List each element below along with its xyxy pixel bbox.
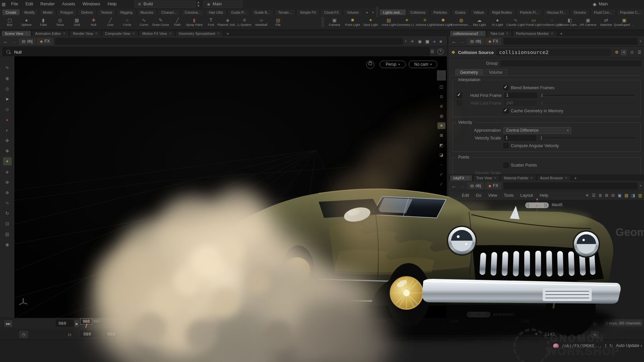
display-option-icon[interactable]: ☀	[437, 122, 445, 129]
value-field[interactable]: 1	[504, 93, 537, 98]
shelf-tool[interactable]: ⇄ Switcher	[597, 15, 615, 29]
frame-nudge-button[interactable]: |▶	[74, 319, 79, 328]
tool-icon[interactable]: ∿	[3, 199, 12, 207]
shelf-tab[interactable]: Particle Fl...	[516, 9, 542, 15]
shelf-tool[interactable]: ▮ Tube	[35, 15, 52, 29]
shelf-tab[interactable]: Fluid Con...	[590, 9, 616, 15]
checkbox[interactable]	[503, 108, 508, 113]
close-tab-icon[interactable]: ✕	[217, 32, 220, 35]
pane-tab[interactable]: collisionsource2✕	[450, 31, 486, 36]
tool-icon[interactable]: ⊕	[3, 178, 12, 186]
checkbox[interactable]	[503, 163, 508, 168]
forward-button[interactable]: →	[459, 39, 465, 44]
node-name-field[interactable]: collisionsource2	[496, 49, 611, 56]
shelf-tab[interactable]: Grains	[451, 9, 469, 15]
toolbar-icon[interactable]: ⊟	[611, 193, 615, 198]
pane-tab[interactable]: Tree View✕	[473, 175, 500, 181]
shelf-tool[interactable]: ∞ Metaball	[253, 15, 270, 29]
pane-tab[interactable]: Animation Editor✕	[32, 31, 69, 36]
shelf-tab[interactable]: Modify	[21, 9, 39, 15]
animation-curve-icon[interactable]: ∿	[590, 330, 599, 339]
toolbar-icon[interactable]: ✛	[411, 39, 414, 44]
breadcrumb-item[interactable]: ▤ obj	[467, 182, 484, 189]
desktop-selector[interactable]: ⊞ Build	[135, 1, 196, 8]
toolbar-icon[interactable]: ☰	[592, 193, 596, 198]
shelf-tab[interactable]: Constrai...	[181, 9, 205, 15]
toolbar-icon[interactable]: ▤	[625, 193, 628, 198]
shelf-tab[interactable]: Hair Utils	[205, 9, 227, 15]
path-caret[interactable]: ▾	[405, 40, 407, 43]
shelf-tab[interactable]: Collisions	[407, 9, 429, 15]
network-node[interactable]: ✕	[467, 312, 490, 317]
tool-icon[interactable]: ◐	[3, 126, 12, 134]
shelf-tool[interactable]: ✹ Distant Light	[434, 15, 452, 29]
range-start-field[interactable]: 980	[80, 330, 103, 338]
shelf-tool[interactable]: ▮ Spray Paint	[186, 15, 203, 29]
shelf-tool[interactable]: ☀ Volume Light	[416, 15, 434, 29]
shelf-tool[interactable]: ✶ Geometry Light	[398, 15, 416, 29]
shelf-tool[interactable]: T Font	[203, 15, 219, 29]
close-tab-icon[interactable]: ✕	[169, 32, 171, 35]
close-tab-icon[interactable]: ✕	[530, 176, 533, 180]
recook-icon[interactable]: ↻	[609, 343, 613, 348]
shelf-tab[interactable]: Terrain...	[274, 9, 296, 15]
folder-tab[interactable]: Volume	[484, 69, 507, 75]
shelf-tool[interactable]: ▢ Box	[1, 15, 18, 29]
shelf-tool[interactable]: ▤ File	[270, 15, 286, 29]
close-tab-icon[interactable]: ✕	[466, 176, 469, 180]
pane-tab[interactable]: Asset Browser✕	[537, 175, 571, 181]
tool-icon[interactable]: ▤	[3, 230, 12, 238]
back-button[interactable]: ←	[451, 183, 457, 189]
close-tab-icon[interactable]: ✕	[480, 32, 483, 35]
pane-tab[interactable]: /obj/FX✕	[450, 175, 472, 181]
path-field[interactable]	[55, 38, 403, 45]
viewport-canvas[interactable]: Persp▾ No cam▾ ◫⊙⊘◍☀⊠◩◪·✓∕	[14, 56, 447, 318]
radial-menu-selector[interactable]: ◉ Main	[593, 2, 608, 7]
value-slider[interactable]	[540, 95, 635, 96]
shelf-tab[interactable]: Deform	[77, 9, 96, 15]
menu-item[interactable]: Render	[37, 0, 58, 8]
display-option-icon[interactable]: ·	[437, 161, 445, 168]
shelf-tool[interactable]: ▤ Area Light	[380, 15, 398, 29]
folder-tab[interactable]: Geometry	[455, 69, 483, 76]
breadcrumb-item[interactable]: ◆ FX	[485, 38, 501, 45]
view-menu-button[interactable]: Persp▾	[380, 61, 406, 68]
value-field[interactable]: 240	[504, 100, 537, 106]
checkbox[interactable]	[457, 93, 462, 98]
shelf-tool[interactable]: ◈ Platonic Solids	[219, 15, 236, 29]
new-pane-tab-button[interactable]: +	[557, 31, 566, 36]
shelf-tool[interactable]: ✦ Spot Light	[362, 15, 380, 29]
display-option-icon[interactable]: ∕	[437, 181, 445, 187]
shelf-tool[interactable]: ∿ Curve	[136, 15, 152, 29]
shelf-tool[interactable]: ╱ Line	[102, 15, 119, 29]
viewport-lock-button[interactable]	[366, 61, 374, 69]
toolbar-icon[interactable]: ●	[433, 39, 436, 44]
path-field[interactable]	[503, 182, 638, 189]
param-dialog-icon[interactable]: ☰	[430, 49, 434, 54]
menu-item[interactable]: Edit	[22, 0, 37, 8]
path-field[interactable]	[503, 38, 638, 45]
checkbox[interactable]	[503, 143, 508, 148]
desktop-spinner[interactable]: ▲▼	[197, 0, 200, 8]
path-caret[interactable]: ▾	[640, 40, 641, 43]
close-tab-icon[interactable]: ✕	[25, 32, 28, 35]
network-canvas[interactable]: Geometry al Edition rt3 ▲ blast5 not: 0-…	[448, 200, 644, 318]
menu-item[interactable]: File	[7, 0, 22, 8]
shelf-tool[interactable]: ○ Circle	[119, 15, 136, 29]
breadcrumb-item[interactable]: ◆ FX	[37, 38, 53, 45]
tool-icon[interactable]: ⊗	[3, 188, 12, 196]
toolbar-icon[interactable]: ⊞	[605, 193, 608, 198]
shelf-tool[interactable]: ∿ Caustic Light	[506, 15, 525, 29]
shelf-tab[interactable]: Particles	[430, 9, 451, 15]
shelf-menu-caret[interactable]: ▾	[371, 11, 375, 15]
close-tab-icon[interactable]: ✕	[63, 32, 66, 35]
close-tab-icon[interactable]: ✕	[565, 176, 568, 180]
shelf-tab[interactable]: Vellum	[470, 9, 488, 15]
viewport[interactable]: ✎◉◎➤⊙●◐✜❖✦◈⊕⊗∿↻⊡▤◉ Persp▾	[0, 56, 447, 318]
tool-icon[interactable]: ➤	[3, 95, 12, 103]
shelf-tab[interactable]: Charact...	[158, 9, 180, 15]
cook-brain-icon[interactable]	[553, 344, 559, 348]
shelf-tab[interactable]: Muscles	[137, 9, 157, 15]
toolbar-icon[interactable]: ▣	[618, 193, 622, 198]
shelf-tab[interactable]: Rigging	[117, 9, 136, 15]
